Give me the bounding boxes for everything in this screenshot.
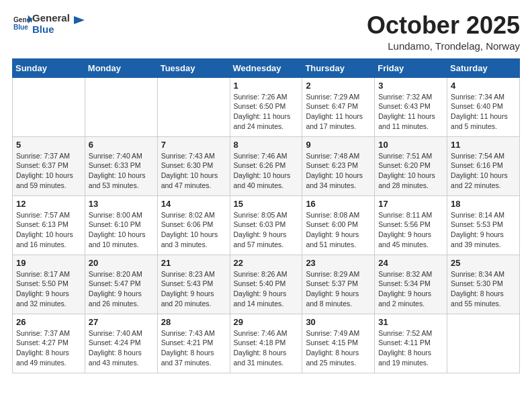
day-info: Sunrise: 8:29 AMSunset: 5:37 PMDaylight:… bbox=[306, 269, 371, 309]
day-info: Sunrise: 8:00 AMSunset: 6:10 PMDaylight:… bbox=[89, 210, 154, 250]
table-row: 7Sunrise: 7:43 AMSunset: 6:30 PMDaylight… bbox=[157, 136, 230, 195]
table-row: 3Sunrise: 7:32 AMSunset: 6:43 PMDaylight… bbox=[375, 77, 447, 136]
month-title: October 2025 bbox=[367, 12, 520, 39]
day-info: Sunrise: 7:29 AMSunset: 6:47 PMDaylight:… bbox=[306, 92, 371, 132]
calendar-week-row: 19Sunrise: 8:17 AMSunset: 5:50 PMDayligh… bbox=[13, 255, 520, 314]
day-info: Sunrise: 8:20 AMSunset: 5:47 PMDaylight:… bbox=[89, 269, 154, 309]
day-info: Sunrise: 7:26 AMSunset: 6:50 PMDaylight:… bbox=[234, 92, 299, 132]
table-row: 16Sunrise: 8:08 AMSunset: 6:00 PMDayligh… bbox=[302, 195, 375, 255]
table-row: 15Sunrise: 8:05 AMSunset: 6:03 PMDayligh… bbox=[230, 195, 302, 255]
svg-marker-3 bbox=[74, 16, 85, 24]
calendar-week-row: 1Sunrise: 7:26 AMSunset: 6:50 PMDaylight… bbox=[13, 77, 520, 136]
calendar-table: Sunday Monday Tuesday Wednesday Thursday… bbox=[12, 58, 520, 373]
table-row: 2Sunrise: 7:29 AMSunset: 6:47 PMDaylight… bbox=[302, 77, 375, 136]
day-info: Sunrise: 8:17 AMSunset: 5:50 PMDaylight:… bbox=[16, 269, 81, 309]
day-number: 6 bbox=[89, 140, 154, 150]
table-row: 14Sunrise: 8:02 AMSunset: 6:06 PMDayligh… bbox=[157, 195, 230, 255]
table-row: 22Sunrise: 8:26 AMSunset: 5:40 PMDayligh… bbox=[230, 255, 302, 314]
table-row: 6Sunrise: 7:40 AMSunset: 6:33 PMDaylight… bbox=[85, 136, 157, 195]
col-wednesday: Wednesday bbox=[230, 58, 302, 77]
table-row: 29Sunrise: 7:46 AMSunset: 4:18 PMDayligh… bbox=[230, 314, 302, 373]
day-number: 9 bbox=[306, 140, 371, 150]
day-info: Sunrise: 7:37 AMSunset: 4:27 PMDaylight:… bbox=[16, 328, 81, 368]
day-number: 23 bbox=[306, 258, 371, 268]
day-number: 30 bbox=[306, 317, 371, 327]
table-row: 19Sunrise: 8:17 AMSunset: 5:50 PMDayligh… bbox=[13, 255, 85, 314]
day-number: 1 bbox=[234, 81, 299, 91]
day-info: Sunrise: 8:11 AMSunset: 5:56 PMDaylight:… bbox=[378, 210, 443, 250]
day-info: Sunrise: 7:46 AMSunset: 4:18 PMDaylight:… bbox=[234, 328, 299, 368]
table-row: 8Sunrise: 7:46 AMSunset: 6:26 PMDaylight… bbox=[230, 136, 302, 195]
day-info: Sunrise: 7:52 AMSunset: 4:11 PMDaylight:… bbox=[378, 328, 443, 368]
table-row: 23Sunrise: 8:29 AMSunset: 5:37 PMDayligh… bbox=[302, 255, 375, 314]
col-monday: Monday bbox=[85, 58, 157, 77]
page: General Blue General Blue October 2025 L… bbox=[0, 0, 532, 383]
day-info: Sunrise: 7:46 AMSunset: 6:26 PMDaylight:… bbox=[234, 151, 299, 191]
day-info: Sunrise: 7:54 AMSunset: 6:16 PMDaylight:… bbox=[451, 151, 516, 191]
day-info: Sunrise: 7:51 AMSunset: 6:20 PMDaylight:… bbox=[378, 151, 443, 191]
calendar-week-row: 12Sunrise: 7:57 AMSunset: 6:13 PMDayligh… bbox=[13, 195, 520, 255]
day-info: Sunrise: 8:08 AMSunset: 6:00 PMDaylight:… bbox=[306, 210, 371, 250]
table-row: 9Sunrise: 7:48 AMSunset: 6:23 PMDaylight… bbox=[302, 136, 375, 195]
day-number: 10 bbox=[378, 140, 443, 150]
day-info: Sunrise: 8:05 AMSunset: 6:03 PMDaylight:… bbox=[234, 210, 299, 250]
day-info: Sunrise: 7:40 AMSunset: 4:24 PMDaylight:… bbox=[89, 328, 154, 368]
day-number: 17 bbox=[378, 199, 443, 209]
table-row: 30Sunrise: 7:49 AMSunset: 4:15 PMDayligh… bbox=[302, 314, 375, 373]
day-info: Sunrise: 8:23 AMSunset: 5:43 PMDaylight:… bbox=[161, 269, 226, 309]
day-info: Sunrise: 7:43 AMSunset: 4:21 PMDaylight:… bbox=[161, 328, 226, 368]
day-number: 19 bbox=[16, 258, 81, 268]
day-info: Sunrise: 8:14 AMSunset: 5:53 PMDaylight:… bbox=[451, 210, 516, 250]
day-info: Sunrise: 8:34 AMSunset: 5:30 PMDaylight:… bbox=[451, 269, 516, 309]
table-row: 10Sunrise: 7:51 AMSunset: 6:20 PMDayligh… bbox=[375, 136, 447, 195]
day-info: Sunrise: 8:32 AMSunset: 5:34 PMDaylight:… bbox=[378, 269, 443, 309]
title-block: October 2025 Lundamo, Trondelag, Norway bbox=[367, 12, 520, 52]
table-row bbox=[85, 77, 157, 136]
day-info: Sunrise: 7:49 AMSunset: 4:15 PMDaylight:… bbox=[306, 328, 371, 368]
day-number: 20 bbox=[89, 258, 154, 268]
table-row: 1Sunrise: 7:26 AMSunset: 6:50 PMDaylight… bbox=[230, 77, 302, 136]
day-info: Sunrise: 7:32 AMSunset: 6:43 PMDaylight:… bbox=[378, 92, 443, 132]
day-info: Sunrise: 7:43 AMSunset: 6:30 PMDaylight:… bbox=[161, 151, 226, 191]
table-row: 28Sunrise: 7:43 AMSunset: 4:21 PMDayligh… bbox=[157, 314, 230, 373]
day-info: Sunrise: 7:40 AMSunset: 6:33 PMDaylight:… bbox=[89, 151, 154, 191]
day-number: 22 bbox=[234, 258, 299, 268]
day-number: 2 bbox=[306, 81, 371, 91]
logo-icon: General Blue bbox=[13, 14, 32, 33]
day-number: 18 bbox=[451, 199, 516, 209]
table-row bbox=[13, 77, 85, 136]
day-info: Sunrise: 7:34 AMSunset: 6:40 PMDaylight:… bbox=[451, 92, 516, 132]
table-row: 5Sunrise: 7:37 AMSunset: 6:37 PMDaylight… bbox=[13, 136, 85, 195]
col-sunday: Sunday bbox=[13, 58, 85, 77]
table-row: 11Sunrise: 7:54 AMSunset: 6:16 PMDayligh… bbox=[447, 136, 520, 195]
day-number: 14 bbox=[161, 199, 226, 209]
day-number: 11 bbox=[451, 140, 516, 150]
table-row: 31Sunrise: 7:52 AMSunset: 4:11 PMDayligh… bbox=[375, 314, 447, 373]
day-number: 4 bbox=[451, 81, 516, 91]
day-number: 29 bbox=[234, 317, 299, 327]
calendar-header-row: Sunday Monday Tuesday Wednesday Thursday… bbox=[13, 58, 520, 77]
table-row: 25Sunrise: 8:34 AMSunset: 5:30 PMDayligh… bbox=[447, 255, 520, 314]
day-number: 16 bbox=[306, 199, 371, 209]
header: General Blue General Blue October 2025 L… bbox=[12, 12, 520, 52]
day-number: 28 bbox=[161, 317, 226, 327]
day-number: 7 bbox=[161, 140, 226, 150]
day-number: 26 bbox=[16, 317, 81, 327]
table-row: 4Sunrise: 7:34 AMSunset: 6:40 PMDaylight… bbox=[447, 77, 520, 136]
table-row bbox=[157, 77, 230, 136]
day-number: 5 bbox=[16, 140, 81, 150]
table-row: 13Sunrise: 8:00 AMSunset: 6:10 PMDayligh… bbox=[85, 195, 157, 255]
table-row: 26Sunrise: 7:37 AMSunset: 4:27 PMDayligh… bbox=[13, 314, 85, 373]
table-row: 24Sunrise: 8:32 AMSunset: 5:34 PMDayligh… bbox=[375, 255, 447, 314]
col-friday: Friday bbox=[375, 58, 447, 77]
col-thursday: Thursday bbox=[302, 58, 375, 77]
col-saturday: Saturday bbox=[447, 58, 520, 77]
svg-text:Blue: Blue bbox=[13, 24, 28, 32]
day-number: 3 bbox=[378, 81, 443, 91]
day-number: 31 bbox=[378, 317, 443, 327]
table-row: 18Sunrise: 8:14 AMSunset: 5:53 PMDayligh… bbox=[447, 195, 520, 255]
day-number: 21 bbox=[161, 258, 226, 268]
table-row: 12Sunrise: 7:57 AMSunset: 6:13 PMDayligh… bbox=[13, 195, 85, 255]
table-row: 27Sunrise: 7:40 AMSunset: 4:24 PMDayligh… bbox=[85, 314, 157, 373]
day-info: Sunrise: 7:37 AMSunset: 6:37 PMDaylight:… bbox=[16, 151, 81, 191]
